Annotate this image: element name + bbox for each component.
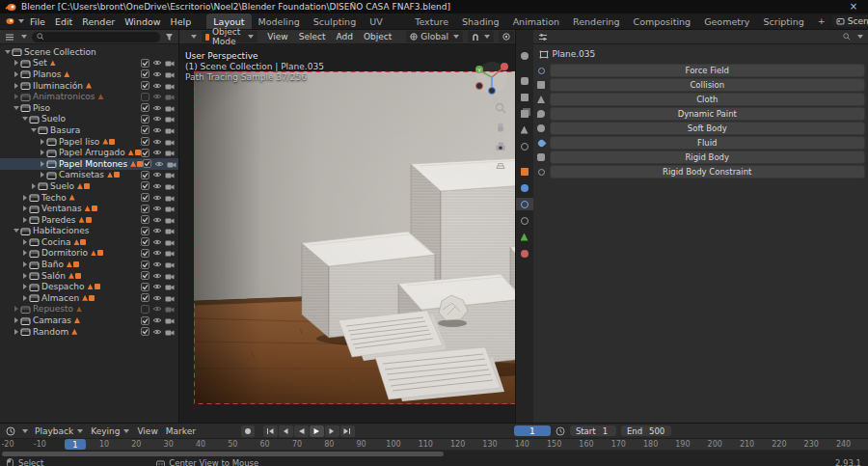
disable-in-renders-icon[interactable] bbox=[165, 283, 175, 290]
exclude-checkbox[interactable] bbox=[141, 59, 149, 68]
editor-type-icon[interactable] bbox=[6, 426, 15, 436]
hide-in-viewport-icon[interactable] bbox=[152, 260, 162, 268]
timeline-scrollbar[interactable] bbox=[0, 451, 868, 457]
viewport-menu-add[interactable]: Add bbox=[331, 31, 357, 42]
outliner-row-sal-n[interactable]: Salón bbox=[0, 270, 178, 282]
exclude-checkbox[interactable] bbox=[143, 159, 151, 168]
filter-icon[interactable] bbox=[165, 33, 174, 41]
hide-in-viewport-icon[interactable] bbox=[152, 171, 162, 178]
axis-x-handle[interactable] bbox=[501, 63, 508, 70]
properties-tab-modifiers[interactable] bbox=[516, 181, 533, 194]
hide-in-viewport-icon[interactable] bbox=[154, 160, 164, 168]
disable-in-renders-icon[interactable] bbox=[165, 104, 175, 112]
force-field-button[interactable]: Force Field bbox=[550, 64, 866, 77]
hide-in-viewport-icon[interactable] bbox=[152, 194, 162, 202]
disclosure-collapsed-icon[interactable] bbox=[14, 329, 18, 335]
collision-button[interactable]: Collision bbox=[550, 78, 866, 92]
workspace-tab-uv-editing[interactable]: UV Editing bbox=[363, 14, 408, 29]
soft-body-button[interactable]: Soft Body bbox=[550, 122, 866, 135]
outliner-row-cocina[interactable]: Cocina bbox=[0, 236, 178, 248]
outliner-row-paredes[interactable]: Paredes bbox=[0, 214, 178, 226]
disclosure-collapsed-icon[interactable] bbox=[41, 150, 44, 155]
outliner-row-papel-liso[interactable]: Papel liso bbox=[0, 136, 178, 148]
exclude-checkbox[interactable] bbox=[141, 293, 149, 302]
disable-in-renders-icon[interactable] bbox=[165, 138, 175, 146]
disable-in-renders-icon[interactable] bbox=[167, 160, 176, 168]
outliner-row-almacen[interactable]: Almacen bbox=[0, 292, 178, 304]
hide-in-viewport-icon[interactable] bbox=[152, 149, 162, 156]
hide-in-viewport-icon[interactable] bbox=[152, 272, 162, 280]
exclude-checkbox[interactable] bbox=[141, 260, 149, 269]
timeline-menu-view[interactable]: View bbox=[135, 426, 159, 436]
disclosure-collapsed-icon[interactable] bbox=[23, 273, 27, 279]
properties-tab-scene[interactable] bbox=[516, 123, 533, 136]
disable-in-renders-icon[interactable] bbox=[165, 126, 175, 134]
jump-to-prev-keyframe-button[interactable] bbox=[279, 425, 293, 437]
exclude-checkbox[interactable] bbox=[141, 215, 149, 224]
outliner-search-input[interactable] bbox=[46, 32, 155, 41]
rigid-body-button[interactable]: Rigid Body bbox=[550, 151, 866, 164]
exclude-checkbox[interactable] bbox=[141, 81, 149, 90]
disable-in-renders-icon[interactable] bbox=[165, 305, 175, 313]
outliner-row-piso[interactable]: Piso bbox=[0, 102, 178, 114]
workspace-tab-modeling[interactable]: Modeling bbox=[252, 14, 307, 29]
blender-menu-button[interactable] bbox=[4, 17, 24, 25]
disable-in-renders-icon[interactable] bbox=[165, 70, 175, 78]
disable-in-renders-icon[interactable] bbox=[165, 216, 175, 224]
current-frame-field[interactable]: 1 bbox=[514, 425, 551, 436]
hide-in-viewport-icon[interactable] bbox=[152, 249, 162, 257]
outliner-row-techo[interactable]: Techo bbox=[0, 192, 178, 204]
exclude-checkbox[interactable] bbox=[141, 305, 149, 314]
viewport-menu-object[interactable]: Object bbox=[359, 31, 396, 42]
fluid-button[interactable]: Fluid bbox=[550, 136, 866, 150]
hide-in-viewport-icon[interactable] bbox=[152, 115, 162, 123]
outliner-row-suelo[interactable]: Suelo bbox=[0, 180, 178, 192]
outliner-row-papel-arrugado[interactable]: Papel Arrugado bbox=[0, 147, 178, 158]
disclosure-collapsed-icon[interactable] bbox=[14, 306, 18, 312]
properties-tab-material[interactable] bbox=[516, 247, 533, 260]
exclude-checkbox[interactable] bbox=[141, 271, 149, 280]
chevron-down-icon[interactable] bbox=[191, 35, 197, 39]
workspace-tab-animation[interactable]: Animation bbox=[506, 14, 566, 29]
outliner-row-ventanas[interactable]: Ventanas bbox=[0, 203, 178, 214]
menu-render[interactable]: Render bbox=[77, 15, 120, 28]
exclude-checkbox[interactable] bbox=[141, 237, 149, 246]
play-button[interactable] bbox=[310, 425, 324, 437]
properties-tab-object[interactable] bbox=[516, 165, 533, 178]
outliner-row-scene-collection[interactable]: Scene Collection bbox=[0, 46, 178, 58]
exclude-checkbox[interactable] bbox=[141, 249, 149, 258]
disclosure-collapsed-icon[interactable] bbox=[23, 261, 27, 267]
pan-hand-icon[interactable] bbox=[495, 122, 506, 133]
disclosure-collapsed-icon[interactable] bbox=[23, 195, 27, 201]
hide-in-viewport-icon[interactable] bbox=[152, 316, 162, 324]
frame-start-field[interactable]: Start 1 bbox=[570, 425, 616, 436]
menu-file[interactable]: File bbox=[25, 15, 50, 28]
hide-in-viewport-icon[interactable] bbox=[152, 182, 162, 190]
hide-in-viewport-icon[interactable] bbox=[152, 59, 162, 67]
hide-in-viewport-icon[interactable] bbox=[152, 238, 162, 246]
disclosure-collapsed-icon[interactable] bbox=[32, 183, 36, 189]
menu-edit[interactable]: Edit bbox=[50, 15, 77, 28]
camera-view-icon[interactable] bbox=[495, 141, 506, 151]
play-reverse-button[interactable] bbox=[294, 425, 309, 437]
outliner-row-ba-o[interactable]: Baño bbox=[0, 259, 178, 270]
proportional-editing-toggle[interactable] bbox=[499, 31, 514, 42]
workspace-tab-scripting[interactable]: Scripting bbox=[757, 14, 811, 29]
disable-in-renders-icon[interactable] bbox=[165, 294, 175, 302]
hide-in-viewport-icon[interactable] bbox=[152, 138, 162, 146]
workspace-tab-texture-paint[interactable]: Texture Paint bbox=[408, 14, 455, 29]
outliner-row-animatronicos[interactable]: Animatronicos bbox=[0, 91, 178, 102]
workspace-tab-compositing[interactable]: Compositing bbox=[627, 14, 698, 29]
dynamic-paint-button[interactable]: Dynamic Paint bbox=[550, 107, 866, 121]
outliner-row-camisetas[interactable]: Camisetas bbox=[0, 170, 178, 181]
editor-type-icon[interactable] bbox=[5, 33, 14, 41]
hide-in-viewport-icon[interactable] bbox=[152, 305, 162, 313]
outliner-row-repuesto[interactable]: Repuesto bbox=[0, 304, 178, 315]
disable-in-renders-icon[interactable] bbox=[165, 227, 175, 234]
hide-in-viewport-icon[interactable] bbox=[152, 328, 162, 336]
disable-in-renders-icon[interactable] bbox=[165, 260, 175, 268]
exclude-checkbox[interactable] bbox=[141, 205, 149, 213]
properties-tab-render[interactable] bbox=[516, 74, 533, 87]
viewport-menu-select[interactable]: Select bbox=[294, 31, 331, 42]
outliner-row-despacho[interactable]: Despacho bbox=[0, 281, 178, 292]
